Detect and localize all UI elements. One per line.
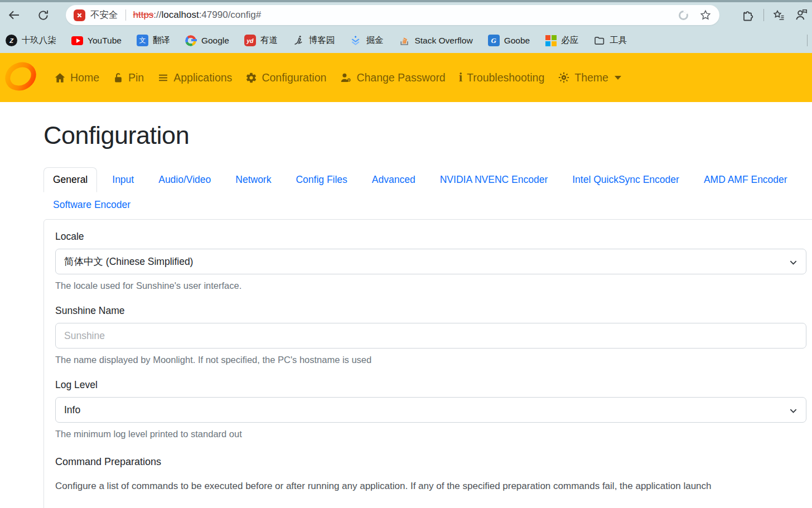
tab-network[interactable]: Network (226, 167, 281, 192)
bookmark-label: 博客园 (309, 35, 335, 46)
command-preparations-description: Configure a list of commands to be execu… (55, 479, 806, 494)
bookmark-label: Goobe (504, 36, 530, 46)
youtube-icon (71, 36, 83, 45)
bookmark-shijiubaqi[interactable]: Z 十玖八柒 (6, 35, 56, 46)
extensions-icon[interactable] (742, 8, 755, 22)
url-path: :47990/config# (199, 9, 262, 20)
locale-help-text: The locale used for Sunshine's user inte… (55, 279, 806, 292)
locale-group: Locale 简体中文 (Chinese Simplified) The loc… (55, 231, 806, 292)
nav-troubleshooting[interactable]: i Troubleshooting (459, 71, 545, 84)
bookmark-bing[interactable]: 必应 (545, 35, 578, 46)
back-icon (7, 8, 21, 22)
nav-label: Configuration (262, 71, 326, 84)
not-secure-icon[interactable] (74, 9, 85, 21)
chevron-down-icon (789, 258, 798, 267)
tab-config-files[interactable]: Config Files (286, 167, 356, 192)
bookmark-google[interactable]: Google (185, 35, 229, 46)
nav-label: Change Password (356, 71, 445, 84)
user-key-icon (340, 72, 352, 84)
sunshine-logo[interactable] (3, 59, 38, 96)
bookmark-label: 翻译 (153, 35, 170, 46)
tab-intel-quicksync[interactable]: Intel QuickSync Encoder (563, 167, 689, 192)
sunshine-name-input[interactable] (55, 323, 806, 349)
bookmark-label: Google (201, 36, 229, 46)
nav-applications[interactable]: Applications (157, 71, 232, 84)
brightness-icon (558, 71, 570, 84)
tab-amd-amf[interactable]: AMD AMF Encoder (694, 167, 797, 192)
security-label[interactable]: 不安全 (90, 9, 118, 21)
nav-theme-dropdown[interactable]: Theme (558, 71, 621, 84)
favorites-bar-icon[interactable] (772, 8, 786, 22)
reload-button[interactable] (36, 8, 50, 22)
locale-label: Locale (55, 231, 806, 243)
browser-toolbar: 不安全 https://localhost:47990/config# (0, 2, 812, 28)
divider (125, 9, 126, 21)
back-button[interactable] (7, 8, 21, 22)
home-icon (54, 72, 66, 84)
tab-software-encoder[interactable]: Software Encoder (44, 192, 140, 217)
bookmark-youtube[interactable]: YouTube (71, 35, 122, 46)
log-level-select[interactable]: Info (55, 397, 806, 423)
stackoverflow-icon (398, 35, 410, 46)
bookmark-cnblogs[interactable]: 博客园 (293, 35, 335, 46)
nav-label: Home (70, 71, 99, 84)
url-text[interactable]: https://localhost:47990/config# (133, 9, 262, 21)
tab-input[interactable]: Input (103, 167, 143, 192)
chevron-down-icon (615, 76, 621, 80)
tab-general[interactable]: General (44, 167, 97, 192)
favorite-star-icon[interactable] (699, 9, 712, 21)
nav-label: Applications (173, 71, 232, 84)
bing-icon (545, 35, 557, 46)
bookmark-juejin[interactable]: 掘金 (350, 35, 383, 46)
sunshine-name-label: Sunshine Name (55, 305, 806, 317)
url-separator: :// (153, 9, 161, 20)
tab-advanced[interactable]: Advanced (362, 167, 425, 192)
locale-select[interactable]: 简体中文 (Chinese Simplified) (55, 249, 806, 274)
nav-change-password[interactable]: Change Password (340, 71, 445, 84)
bookmark-label: 掘金 (366, 35, 383, 46)
tab-nvidia-nvenc[interactable]: NVIDIA NVENC Encoder (431, 167, 558, 192)
command-preparations-heading: Command Preparations (55, 456, 806, 468)
juejin-icon (350, 35, 361, 46)
folder-icon (593, 35, 605, 46)
address-bar[interactable]: 不安全 https://localhost:47990/config# (66, 5, 719, 25)
divider (763, 9, 764, 21)
edge-page-action-icon[interactable] (678, 9, 689, 21)
general-tab-panel: Locale 简体中文 (Chinese Simplified) The loc… (44, 219, 812, 508)
nav-label: Pin (128, 71, 144, 84)
goobe-icon: G (488, 35, 500, 46)
log-level-group: Log Level Info The minimum log level pri… (55, 379, 806, 441)
chevron-down-icon (789, 407, 798, 415)
sunshine-navbar: Home Pin Applications Configuration Chan… (0, 53, 812, 102)
bookmark-goobe[interactable]: G Goobe (488, 35, 530, 46)
bookmark-translate[interactable]: 文 翻译 (137, 35, 170, 46)
youdao-icon: yd (244, 35, 256, 46)
list-icon (157, 72, 169, 84)
bookmark-youdao[interactable]: yd 有道 (244, 35, 278, 46)
nav-configuration[interactable]: Configuration (245, 71, 326, 84)
bookmark-label: 必应 (561, 35, 578, 46)
gear-icon (245, 72, 257, 84)
bookmark-tools-folder[interactable]: 工具 (593, 35, 627, 46)
profile-icon[interactable] (794, 8, 809, 22)
cnblogs-icon (293, 35, 304, 46)
translate-icon: 文 (137, 35, 148, 46)
nav-home[interactable]: Home (54, 71, 99, 84)
bookmark-label: 工具 (610, 35, 627, 46)
nav-pin[interactable]: Pin (113, 71, 144, 84)
sunshine-name-group: Sunshine Name The name displayed by Moon… (55, 305, 806, 366)
bookmarks-bar: Z 十玖八柒 YouTube 文 翻译 Google yd 有道 博客园 掘金 … (0, 28, 812, 53)
sunshine-name-help-text: The name displayed by Moonlight. If not … (55, 353, 806, 366)
log-level-selected-value: Info (64, 404, 80, 416)
config-tabs: General Input Audio/Video Network Config… (44, 167, 812, 217)
lock-icon (113, 72, 124, 84)
nav-label: Theme (574, 71, 608, 84)
reload-icon (37, 9, 50, 22)
url-host: localhost (162, 9, 199, 20)
bookmark-label: Stack Overflow (414, 36, 472, 46)
log-level-label: Log Level (55, 379, 806, 391)
log-level-help-text: The minimum log level printed to standar… (55, 427, 806, 441)
bookmark-stackoverflow[interactable]: Stack Overflow (398, 35, 472, 46)
page-title: Configuration (44, 121, 812, 150)
tab-audio-video[interactable]: Audio/Video (149, 167, 220, 192)
